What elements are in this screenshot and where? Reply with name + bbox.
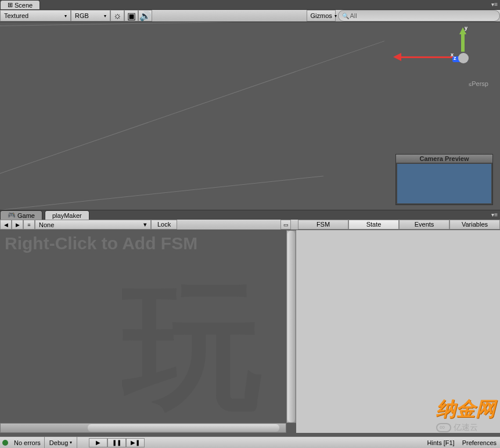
nav-forward-button[interactable]: ▶ — [12, 220, 23, 230]
scene-search[interactable]: 🔍 All — [338, 10, 501, 21]
grid-line — [0, 22, 325, 26]
tab-playmaker[interactable]: playMaker — [45, 210, 89, 220]
fsm-canvas[interactable]: Right-Click to Add FSM 玩 — [0, 230, 296, 433]
chevron-down-icon: ▾ — [104, 13, 106, 19]
render-mode-dropdown[interactable]: RGB ▾ — [71, 10, 110, 21]
scene-tab-row: ⊞ Scene ▾≡ — [0, 0, 500, 10]
playmaker-body: Right-Click to Add FSM 玩 — [0, 230, 500, 433]
lower-tab-row: 🎮 Game playMaker ▾≡ — [0, 210, 500, 220]
z-label: z — [454, 55, 456, 61]
scene-tab-label: Scene — [15, 2, 33, 9]
camera-preview-title: Camera Preview — [396, 155, 492, 163]
sun-icon: ☼ — [113, 10, 122, 21]
game-icon: 🎮 — [8, 212, 16, 219]
canvas-watermark: 玩 — [122, 277, 261, 416]
projection-label[interactable]: ≤Persp — [469, 80, 488, 87]
audio-icon: 🔊 — [139, 10, 151, 21]
render-mode-label: RGB — [75, 12, 89, 19]
chevron-down-icon: ▾ — [143, 221, 147, 228]
scene-viewport[interactable]: y x z ≤Persp Camera Preview — [0, 22, 500, 210]
menu-icon: ≡ — [27, 222, 30, 228]
lock-button[interactable]: Lock — [151, 220, 177, 230]
audio-toggle[interactable]: 🔊 — [138, 10, 152, 21]
canvas-vertical-scrollbar[interactable] — [286, 230, 296, 423]
playmaker-tabs: FSM State Events Variables — [298, 220, 500, 230]
playmaker-toolbar: ◀ ▶ ≡ None ▾ Lock ▭ FSM State Events Var… — [0, 220, 500, 230]
play-icon: ▶ — [96, 439, 100, 446]
step-icon: ▶❚ — [131, 439, 140, 446]
playmaker-tab-label: playMaker — [52, 212, 82, 219]
chevron-down-icon: ▾ — [70, 440, 72, 445]
fsm-selector-dropdown[interactable]: None ▾ — [35, 220, 151, 230]
game-tab-label: Game — [17, 212, 35, 219]
skybox-toggle[interactable]: ▣ — [124, 10, 138, 21]
lighting-toggle[interactable]: ☼ — [110, 10, 124, 21]
shading-mode-label: Textured — [4, 12, 28, 19]
chevron-down-icon: ▾ — [64, 13, 67, 19]
scrollbar-thumb[interactable] — [88, 424, 279, 432]
gizmos-dropdown[interactable]: Gizmos ▾ — [307, 10, 336, 21]
tab-state[interactable]: State — [348, 220, 399, 230]
step-button[interactable]: ▶❚ — [126, 438, 145, 447]
pause-button[interactable]: ❚❚ — [107, 438, 126, 447]
play-button[interactable]: ▶ — [89, 438, 107, 447]
grid-line — [0, 41, 384, 174]
tab-scene[interactable]: ⊞ Scene — [0, 0, 40, 9]
grid-line — [0, 175, 323, 210]
search-icon: 🔍 — [342, 13, 349, 19]
orientation-gizmo[interactable]: y x z — [436, 31, 488, 83]
shading-mode-dropdown[interactable]: Textured ▾ — [0, 10, 71, 21]
preferences-button[interactable]: Preferences — [459, 439, 500, 446]
toolbar-spacer — [152, 10, 307, 21]
camera-preview-viewport — [396, 163, 492, 205]
grid-icon: ⊞ — [8, 1, 13, 9]
hints-button[interactable]: Hints [F1] — [424, 439, 458, 446]
nav-back-button[interactable]: ◀ — [0, 220, 12, 230]
panel-menu-icon[interactable]: ▾≡ — [491, 1, 498, 8]
add-fsm-hint: Right-Click to Add FSM — [0, 230, 296, 257]
search-prefix: All — [350, 12, 357, 19]
scrollbar-thumb[interactable] — [287, 231, 295, 422]
panel-menu-icon[interactable]: ▾≡ — [491, 212, 498, 218]
nav-back-icon: ◀ — [4, 222, 8, 228]
tab-events[interactable]: Events — [399, 220, 449, 230]
camera-preview-panel: Camera Preview — [395, 154, 493, 205]
pause-icon: ❚❚ — [112, 439, 121, 446]
nav-menu-button[interactable]: ≡ — [23, 220, 35, 230]
status-indicator-icon — [2, 440, 8, 446]
error-count[interactable]: No errors — [10, 439, 44, 446]
search-input[interactable] — [357, 12, 496, 19]
gizmos-label: Gizmos — [311, 12, 332, 19]
canvas-horizontal-scrollbar[interactable] — [0, 423, 286, 433]
tab-game[interactable]: 🎮 Game — [0, 210, 42, 220]
chevron-down-icon: ▾ — [334, 13, 337, 19]
watermark-sub: 亿速云 — [436, 422, 495, 433]
watermark-logo: 纳金网 亿速云 — [436, 396, 495, 433]
scene-toolbar: Textured ▾ RGB ▾ ☼ ▣ 🔊 Gizmos ▾ 🔍 All — [0, 10, 500, 22]
cloud-icon — [436, 423, 451, 432]
mini-button[interactable]: ▭ — [280, 220, 291, 230]
status-bar: No errors Debug ▾ ▶ ❚❚ ▶❚ Hints [F1] Pre… — [0, 436, 500, 448]
image-icon: ▣ — [127, 10, 136, 21]
play-controls: ▶ ❚❚ ▶❚ — [89, 438, 145, 447]
tab-variables[interactable]: Variables — [449, 220, 500, 230]
tab-fsm[interactable]: FSM — [298, 220, 348, 230]
nav-forward-icon: ▶ — [16, 222, 20, 228]
debug-dropdown[interactable]: Debug ▾ — [45, 439, 77, 446]
y-axis — [461, 32, 465, 52]
separator — [77, 437, 77, 448]
gizmo-center — [458, 53, 469, 63]
fsm-selector-label: None — [39, 221, 54, 228]
y-label: y — [465, 25, 467, 31]
watermark-cn: 纳金网 — [436, 396, 495, 422]
x-axis-cone — [393, 53, 401, 61]
